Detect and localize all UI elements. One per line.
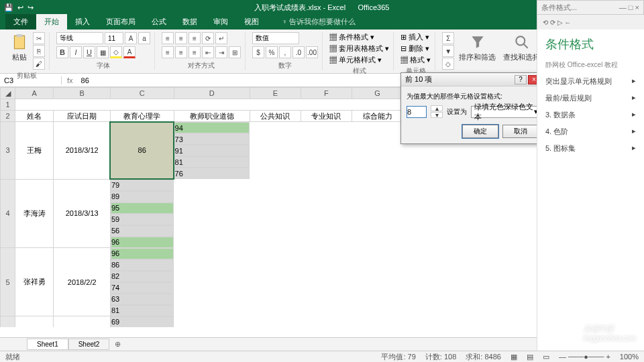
clear-icon[interactable]: ◇ — [442, 58, 454, 70]
cell[interactable]: 73 — [174, 133, 250, 145]
cell[interactable]: 56 — [111, 225, 174, 237]
cell[interactable]: 82 — [111, 271, 174, 282]
cell-styles-button[interactable]: ▦ 单元格样式 ▾ — [329, 55, 382, 65]
format-cells-button[interactable]: ▦ 格式 ▾ — [400, 55, 431, 65]
grow-font-icon[interactable]: A — [125, 32, 137, 44]
dialog-format-combo[interactable]: 绿填充色深绿色文本▾ — [471, 106, 539, 118]
side-item-1[interactable]: 突出显示单元格规则▸ — [545, 76, 636, 86]
border-button[interactable]: ▦ — [97, 46, 109, 58]
col-header[interactable]: D — [174, 88, 250, 99]
col-header[interactable]: F — [301, 88, 352, 99]
autosum-icon[interactable]: Σ — [442, 32, 454, 44]
table-format-button[interactable]: ▦ 套用表格格式 ▾ — [329, 44, 389, 54]
tab-formula[interactable]: 公式 — [144, 14, 174, 29]
cell[interactable]: 96 — [111, 237, 174, 248]
orient-icon[interactable]: ⟳ — [202, 32, 214, 44]
cell[interactable]: 81 — [111, 305, 174, 316]
cell[interactable]: 2018/3/12 — [54, 122, 110, 180]
align-right-icon[interactable]: ≡ — [189, 46, 201, 58]
wrap-text-button[interactable]: ↵ — [215, 32, 227, 44]
currency-icon[interactable]: $ — [252, 46, 264, 58]
select-all[interactable]: ◢ — [1, 88, 15, 99]
zoom-level[interactable]: 100% — [620, 353, 639, 361]
save-icon[interactable]: 💾 — [4, 3, 13, 12]
row-header[interactable]: 6 — [1, 316, 15, 328]
merge-button[interactable]: ⊞ — [229, 46, 241, 58]
tab-insert[interactable]: 插入 — [67, 14, 98, 29]
dialog-spin-input[interactable] — [407, 106, 427, 118]
row-header[interactable]: 3 — [1, 122, 15, 180]
tab-home[interactable]: 开始 — [36, 14, 67, 29]
sort-filter-button[interactable]: 排序和筛选 — [456, 32, 498, 64]
tab-data[interactable]: 数据 — [174, 14, 205, 29]
dialog-ok-button[interactable]: 确定 — [462, 125, 498, 138]
col-header[interactable]: B — [54, 88, 110, 99]
fill-color-button[interactable]: ◇ — [110, 46, 122, 58]
indent-inc-icon[interactable]: ⇥ — [215, 46, 227, 58]
col-header[interactable]: E — [250, 88, 301, 99]
cut-icon[interactable]: ✂ — [33, 32, 45, 44]
undo-icon[interactable]: ↩ — [17, 3, 23, 12]
cell[interactable]: 李海涛 — [15, 179, 54, 248]
tab-view[interactable]: 视图 — [236, 14, 267, 29]
row-header[interactable]: 4 — [1, 179, 15, 248]
delete-cells-button[interactable]: ⊟ 删除 ▾ — [400, 44, 429, 54]
dec-decimal-icon[interactable]: .00 — [306, 46, 318, 58]
cell[interactable]: 专业知识 — [301, 111, 352, 122]
view-layout-icon[interactable]: ▤ — [527, 353, 533, 361]
cond-format-button[interactable]: ▦ 条件格式 ▾ — [329, 32, 374, 42]
cell[interactable]: 姓名 — [15, 111, 54, 122]
fill-icon[interactable]: ▼ — [442, 45, 454, 57]
number-format-select[interactable]: 数值 — [252, 32, 299, 44]
percent-icon[interactable]: % — [266, 46, 278, 58]
view-normal-icon[interactable]: ▦ — [511, 353, 517, 361]
align-bot-icon[interactable]: ≡ — [189, 32, 201, 44]
cell[interactable]: 应试日期 — [54, 111, 110, 122]
underline-button[interactable]: U — [83, 46, 95, 58]
fx-icon[interactable]: fx — [62, 76, 78, 84]
tell-me[interactable]: ♀ 告诉我你想要做什么 — [274, 14, 364, 29]
tab-review[interactable]: 审阅 — [205, 14, 236, 29]
cell[interactable]: 91 — [174, 145, 250, 156]
paste-button[interactable]: 粘贴 — [8, 32, 31, 64]
row-header[interactable]: 1 — [1, 99, 15, 111]
cell[interactable]: 89 — [111, 191, 174, 202]
dialog-help-icon[interactable]: ? — [515, 75, 527, 84]
insert-cells-button[interactable]: ⊞ 插入 ▾ — [400, 32, 429, 42]
cell[interactable]: 综合能力 — [352, 111, 402, 122]
spin-up-icon[interactable]: ▴ — [431, 105, 443, 111]
side-item-4[interactable]: 4. 色阶▸ — [545, 127, 636, 137]
align-left-icon[interactable]: ≡ — [162, 46, 174, 58]
cell[interactable]: 王芳 — [15, 316, 54, 328]
col-header[interactable]: A — [15, 88, 54, 99]
side-item-2[interactable]: 最前/最后规则▸ — [545, 93, 636, 103]
cell[interactable]: 教师职业道德 — [174, 111, 250, 122]
col-header[interactable]: C — [110, 88, 174, 99]
indent-dec-icon[interactable]: ⇤ — [202, 46, 214, 58]
align-mid-icon[interactable]: ≡ — [175, 32, 187, 44]
dialog-cancel-button[interactable]: 取消 — [502, 125, 539, 138]
side-item-5[interactable]: 5. 图标集▸ — [545, 143, 636, 154]
tab-file[interactable]: 文件 — [5, 14, 36, 29]
align-center-icon[interactable]: ≡ — [175, 46, 187, 58]
cell[interactable]: 74 — [111, 282, 174, 294]
name-box[interactable]: C3 — [0, 76, 62, 84]
cell[interactable]: 2018/2/2 — [54, 248, 110, 316]
sheet-tab-1[interactable]: Sheet1 — [27, 339, 68, 350]
shrink-font-icon[interactable]: a — [138, 32, 150, 44]
spin-down-icon[interactable]: ▾ — [431, 112, 443, 118]
view-break-icon[interactable]: ▭ — [543, 353, 549, 361]
italic-button[interactable]: I — [70, 46, 82, 58]
cell[interactable]: 86 — [111, 259, 174, 271]
cell[interactable]: 2018/2/3 — [54, 316, 110, 328]
font-size-select[interactable]: 11 — [105, 32, 123, 44]
add-sheet-button[interactable]: ⊕ — [109, 339, 126, 350]
copy-icon[interactable]: ⎘ — [33, 45, 45, 57]
comma-icon[interactable]: , — [279, 46, 291, 58]
inc-decimal-icon[interactable]: .0 — [292, 46, 305, 58]
cell[interactable]: 95 — [111, 202, 174, 214]
cell[interactable]: 公共知识 — [250, 111, 301, 122]
cell[interactable]: 94 — [174, 122, 250, 133]
col-header[interactable]: G — [352, 88, 402, 99]
zoom-slider[interactable]: — ───●─── + — [559, 353, 610, 361]
